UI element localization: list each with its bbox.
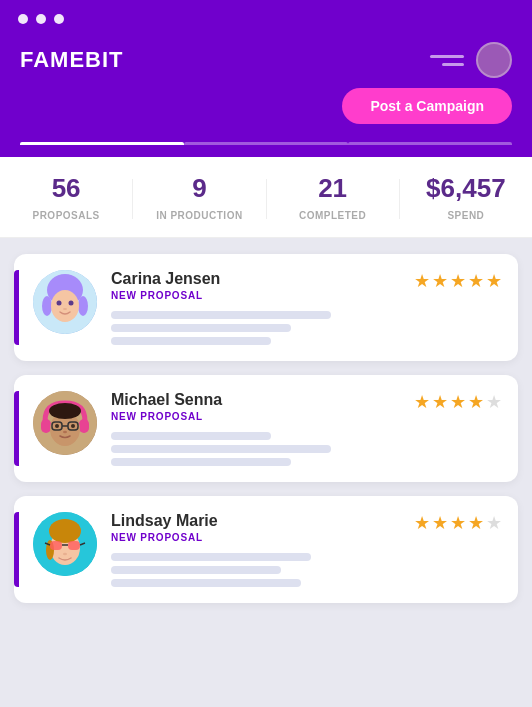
avatar-lindsay [33,512,97,576]
star-5: ★ [486,270,502,292]
svg-rect-10 [79,419,89,433]
lstar-3: ★ [450,512,466,534]
user-avatar[interactable] [476,42,512,78]
menu-line-2 [442,63,464,66]
menu-line-1 [430,55,464,58]
card-michael[interactable]: Michael Senna NEW PROPOSAL ★ ★ ★ ★ ★ [14,375,518,482]
stat-in-production: 9 IN PRODUCTION [133,175,265,223]
michael-stars: ★ ★ ★ ★ ★ [414,391,502,413]
nav-tab-line-1 [20,142,184,145]
svg-point-16 [71,424,75,428]
lindsay-line-3 [111,579,301,587]
logo: FAMEBIT [20,47,124,73]
star-3: ★ [450,270,466,292]
avatar-carina [33,270,97,334]
card-content-carina: Carina Jensen NEW PROPOSAL [111,270,414,345]
carina-stars: ★ ★ ★ ★ ★ [414,270,502,292]
star-2: ★ [432,270,448,292]
svg-point-6 [69,301,74,306]
mstar-3: ★ [450,391,466,413]
stat-spend: $6,457 SPEND [400,175,532,223]
mstar-4: ★ [468,391,484,413]
proposals-label: PROPOSALS [32,210,99,221]
svg-point-18 [63,431,67,433]
svg-rect-9 [41,419,51,433]
star-4: ★ [468,270,484,292]
card-accent-lindsay [14,512,19,587]
menu-icon[interactable] [430,55,464,66]
carina-line-1 [111,311,331,319]
header: FAMEBIT [0,34,532,78]
lstar-4: ★ [468,512,484,534]
status-dot-2 [36,14,46,24]
lindsay-badge: NEW PROPOSAL [111,532,414,543]
mstar-1: ★ [414,391,430,413]
michael-line-3 [111,458,291,466]
avatar-michael [33,391,97,455]
svg-point-21 [49,519,81,543]
svg-point-17 [49,403,81,419]
lindsay-line-2 [111,566,281,574]
lindsay-line-1 [111,553,311,561]
card-carina[interactable]: Carina Jensen NEW PROPOSAL ★ ★ ★ ★ ★ [14,254,518,361]
nav-tab-3[interactable] [348,136,512,157]
michael-lines [111,432,414,466]
carina-name: Carina Jensen [111,270,414,288]
completed-value: 21 [267,175,399,201]
svg-point-5 [57,301,62,306]
header-right [430,42,512,78]
michael-badge: NEW PROPOSAL [111,411,414,422]
lstar-1: ★ [414,512,430,534]
status-bar [0,0,532,34]
star-1: ★ [414,270,430,292]
carina-lines [111,311,414,345]
svg-point-15 [55,424,59,428]
svg-point-28 [63,553,67,555]
proposals-value: 56 [0,175,132,201]
mstar-2: ★ [432,391,448,413]
stats-row: 56 PROPOSALS 9 IN PRODUCTION 21 COMPLETE… [0,157,532,238]
lindsay-stars: ★ ★ ★ ★ ★ [414,512,502,534]
svg-point-7 [63,308,67,310]
card-accent-michael [14,391,19,466]
spend-value: $6,457 [400,175,532,201]
svg-point-4 [51,290,79,322]
card-lindsay[interactable]: Lindsay Marie NEW PROPOSAL ★ ★ ★ ★ ★ [14,496,518,603]
michael-name: Michael Senna [111,391,414,409]
carina-line-3 [111,337,271,345]
stat-completed: 21 COMPLETED [267,175,399,223]
lstar-2: ★ [432,512,448,534]
status-dot-3 [54,14,64,24]
mstar-5: ★ [486,391,502,413]
nav-tab-1[interactable] [20,136,184,157]
lstar-5: ★ [486,512,502,534]
card-accent-carina [14,270,19,345]
svg-rect-23 [50,541,62,550]
status-dot-1 [18,14,28,24]
completed-label: COMPLETED [299,210,366,221]
card-content-lindsay: Lindsay Marie NEW PROPOSAL [111,512,414,587]
carina-badge: NEW PROPOSAL [111,290,414,301]
lindsay-lines [111,553,414,587]
michael-line-1 [111,432,271,440]
nav-tabs [0,136,532,157]
carina-line-2 [111,324,291,332]
nav-tab-2[interactable] [184,136,348,157]
in-production-value: 9 [133,175,265,201]
svg-point-3 [78,296,88,316]
svg-rect-24 [68,541,80,550]
lindsay-name: Lindsay Marie [111,512,414,530]
in-production-label: IN PRODUCTION [156,210,243,221]
card-content-michael: Michael Senna NEW PROPOSAL [111,391,414,466]
post-campaign-button[interactable]: Post a Campaign [342,88,512,124]
nav-tab-line-2 [184,142,348,145]
cards-area: Carina Jensen NEW PROPOSAL ★ ★ ★ ★ ★ [0,238,532,619]
nav-tab-line-3 [348,142,512,145]
spend-label: SPEND [447,210,484,221]
michael-line-2 [111,445,331,453]
stat-proposals: 56 PROPOSALS [0,175,132,223]
svg-point-2 [42,296,52,316]
